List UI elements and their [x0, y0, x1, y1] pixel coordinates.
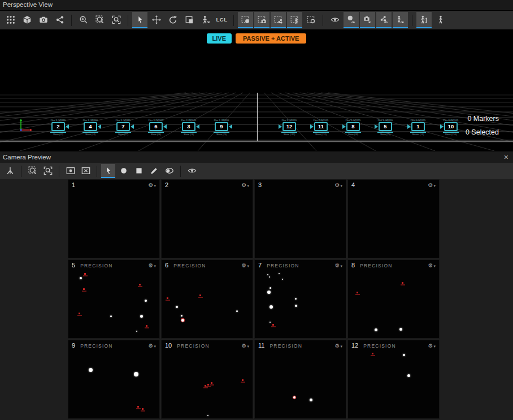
- tool-select-marker[interactable]: [238, 12, 253, 28]
- tool-toggle-oval[interactable]: [162, 164, 176, 178]
- cell-settings-button[interactable]: ⚙▾: [149, 262, 156, 269]
- camera-icon-11[interactable]: Flex 3 #M9555 11 Slave (#11): [308, 119, 334, 136]
- marker-dot: [181, 319, 184, 322]
- cell-settings-button[interactable]: ⚙▾: [242, 182, 249, 188]
- live-button[interactable]: LIVE: [207, 33, 232, 44]
- cell-settings-button[interactable]: ⚙▾: [149, 182, 156, 188]
- active-marker-dot: [357, 292, 358, 293]
- tool-vis-skeleton[interactable]: [393, 12, 408, 28]
- tool-square[interactable]: [132, 164, 146, 178]
- tool-vis-rigidbody[interactable]: [376, 12, 392, 28]
- camera-icon-1[interactable]: Flex 3 #M9555 1 Master (#1): [405, 119, 431, 136]
- camera-preview-cell-9[interactable]: 9 PRECISION ⚙▾: [68, 340, 160, 419]
- tool-tripod[interactable]: [3, 164, 17, 178]
- marker-dot: [136, 331, 137, 332]
- tool-frame-x[interactable]: [79, 164, 93, 178]
- tool-pencil[interactable]: [147, 164, 161, 178]
- camera-preview-cell-8[interactable]: 8 PRECISION ⚙▾: [347, 259, 440, 339]
- tool-circle[interactable]: [116, 164, 131, 178]
- tool-eye[interactable]: [185, 164, 199, 178]
- camera-preview-cell-10[interactable]: 10 PRECISION ⚙▾: [161, 340, 253, 419]
- cell-settings-button[interactable]: ⚙▾: [335, 262, 342, 269]
- cell-settings-button[interactable]: ⚙▾: [335, 343, 342, 349]
- tool-cursor[interactable]: [101, 164, 115, 178]
- marker-dot: [267, 274, 268, 275]
- separator: [71, 15, 72, 26]
- camera-number: 10: [448, 123, 454, 129]
- active-marker-dot: [272, 324, 274, 326]
- camera-preview-cell-7[interactable]: 7 PRECISION ⚙▾: [254, 259, 346, 339]
- tool-zoom-fit[interactable]: [41, 164, 55, 178]
- camera-icon-8[interactable]: Flex 3 #M9555 8 Slave (#8): [340, 119, 366, 136]
- tool-zoom-in[interactable]: [76, 12, 91, 28]
- marker-dot: [295, 298, 297, 300]
- cell-settings-button[interactable]: ⚙▾: [428, 182, 436, 188]
- viewport-3d[interactable]: LIVE PASSIVE + ACTIVE Flex 3 #M9555 2 Sl…: [0, 29, 513, 151]
- cell-settings-button[interactable]: ⚙▾: [428, 262, 436, 269]
- tool-select-rigidbody[interactable]: [271, 12, 286, 28]
- camera-preview-cell-2[interactable]: 2 ⚙▾: [161, 179, 253, 258]
- tool-translate[interactable]: [149, 12, 164, 28]
- tool-select-extra[interactable]: [303, 12, 319, 28]
- marker-dot: [267, 291, 271, 294]
- camera-preview-cell-3[interactable]: 3 ⚙▾: [254, 179, 346, 258]
- cell-settings-button[interactable]: ⚙▾: [149, 343, 156, 349]
- camera-icon-5[interactable]: Flex 3 #M9555 5 Slave (#5): [372, 119, 398, 136]
- tool-vis-marker[interactable]: [344, 12, 359, 28]
- tool-person-walk[interactable]: [433, 12, 448, 28]
- tool-rotate[interactable]: [165, 12, 180, 28]
- tool-cursor[interactable]: [132, 12, 147, 28]
- tool-person-track[interactable]: [198, 12, 213, 28]
- tool-skeleton-pair[interactable]: [416, 12, 432, 28]
- passive-active-button[interactable]: PASSIVE + ACTIVE: [236, 33, 306, 44]
- camera-preview-cell-5[interactable]: 5 PRECISION ⚙▾: [68, 259, 160, 339]
- camera-preview-cell-6[interactable]: 6 PRECISION ⚙▾: [161, 259, 253, 339]
- tool-zoom-select[interactable]: [92, 12, 107, 28]
- tool-vis-camera[interactable]: [360, 12, 375, 28]
- tool-select-skeleton[interactable]: [287, 12, 302, 28]
- camera-sync-label: Slave (#7): [110, 133, 136, 136]
- camera-icon-10[interactable]: Flex 3 #M9555 10 Slave (#10): [438, 119, 464, 136]
- tool-grid-menu[interactable]: [3, 12, 18, 28]
- cell-settings-button[interactable]: ⚙▾: [242, 262, 249, 269]
- camera-icon-7[interactable]: Flex 3 #M9555 7 Slave (#7): [110, 119, 136, 136]
- camera-number: 2: [56, 123, 59, 129]
- camera-lens-icon: [407, 124, 411, 129]
- tool-frame-dot[interactable]: [63, 164, 77, 178]
- camera-lens-icon: [66, 124, 69, 129]
- active-marker-dot: [242, 379, 244, 381]
- tool-select-camera[interactable]: [254, 12, 269, 28]
- camera-number: 1: [72, 181, 75, 188]
- camera-icon-4[interactable]: Flex 3 #M9555 4 Slave (#4): [77, 119, 103, 136]
- marker-dot: [110, 315, 112, 317]
- camera-icon-12[interactable]: Flex 3 #M9555 12 Slave (#12): [276, 119, 302, 136]
- camera-preview-cell-12[interactable]: 12 PRECISION ⚙▾: [347, 340, 440, 419]
- camera-preview-cell-1[interactable]: 1 ⚙▾: [68, 179, 160, 258]
- camera-preview-cell-4[interactable]: 4 ⚙▾: [347, 179, 440, 258]
- cell-settings-button[interactable]: ⚙▾: [428, 343, 436, 349]
- marker-dot: [269, 287, 271, 289]
- tool-zoom-select[interactable]: [25, 164, 40, 178]
- tool-share-nodes[interactable]: [52, 12, 67, 28]
- cell-settings-button[interactable]: ⚙▾: [335, 182, 342, 188]
- camera-icon-3[interactable]: Flex 3 #M9555 3 Slave (#3): [176, 119, 202, 136]
- tripod-icon: [6, 166, 15, 175]
- cell-settings-button[interactable]: ⚙▾: [242, 343, 249, 349]
- tool-eye[interactable]: [327, 12, 342, 28]
- camera-lens-icon: [131, 124, 134, 129]
- camera-icon-2[interactable]: Flex 3 #M9555 2 Slave (#2): [45, 119, 71, 136]
- close-button[interactable]: ×: [504, 153, 508, 161]
- camera-icon-6[interactable]: Flex 3 #M9555 6 Slave (#6): [143, 119, 169, 136]
- camera-sync-label: Slave (#10): [438, 133, 464, 136]
- tool-camera[interactable]: [36, 12, 51, 28]
- gear-icon: ⚙: [428, 182, 433, 188]
- tool-scale[interactable]: [181, 12, 197, 28]
- tool-zoom-fit[interactable]: [108, 12, 124, 28]
- marker-dot: [403, 354, 405, 356]
- camera-icon-9[interactable]: Flex 3 #M9555 9 Slave (#9): [208, 119, 234, 136]
- camera-number: 6: [154, 123, 157, 129]
- camera-preview-cell-11[interactable]: 11 PRECISION ⚙▾: [254, 340, 346, 419]
- preview-toolbar: [0, 163, 513, 179]
- tool-lcl[interactable]: LCL: [214, 12, 229, 28]
- tool-cube[interactable]: [19, 12, 34, 28]
